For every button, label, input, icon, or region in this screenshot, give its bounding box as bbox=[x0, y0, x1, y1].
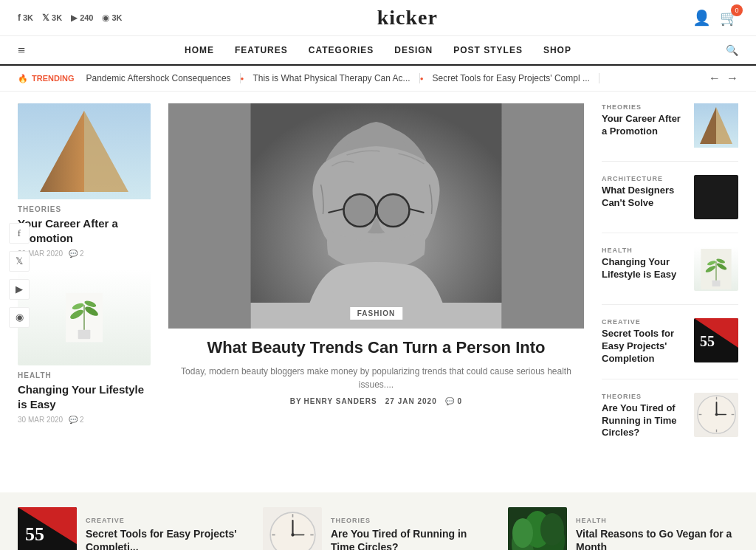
bottom-card-3-thumb[interactable] bbox=[508, 507, 567, 550]
bottom-card-3-title[interactable]: Vital Reasons to Go Vegan for a Month bbox=[576, 527, 738, 550]
bottom-card-1-cat: CREATIVE bbox=[86, 517, 248, 524]
cart-icon-wrap[interactable]: 🛒 0 bbox=[720, 9, 738, 27]
left-article-2-meta: 30 MAR 2020 💬 2 bbox=[18, 416, 151, 424]
right-article-2-cat: ARCHITECTURE bbox=[602, 175, 687, 182]
site-logo[interactable]: kicker bbox=[377, 6, 438, 30]
nav-design[interactable]: DESIGN bbox=[394, 45, 433, 55]
instagram-count[interactable]: ◉ 3K bbox=[102, 13, 122, 23]
nav-home[interactable]: HOME bbox=[185, 45, 214, 55]
left-article-1-comments: 💬 2 bbox=[69, 250, 83, 258]
right-article-2-thumb[interactable] bbox=[694, 175, 738, 219]
facebook-count[interactable]: f 3K bbox=[18, 13, 33, 23]
svg-point-57 bbox=[540, 513, 564, 546]
left-column: THEORIES Your Career After a Promotion 3… bbox=[18, 103, 151, 466]
right-article-1-cat: THEORIES bbox=[602, 103, 687, 111]
right-article-3-title[interactable]: Changing Your Lifestyle is Easy bbox=[602, 256, 687, 281]
bottom-card-2-title[interactable]: Are You Tired of Running in Time Circles… bbox=[331, 527, 493, 550]
trending-bar: 🔥 TRENDING Pandemic Aftershock Consequen… bbox=[0, 66, 756, 92]
youtube-count[interactable]: ▶ 240 bbox=[71, 13, 93, 23]
center-article-date: 27 JAN 2020 bbox=[385, 397, 437, 405]
bottom-card-3-info: HEALTH Vital Reasons to Go Vegan for a M… bbox=[576, 517, 738, 550]
left-article-1: THEORIES Your Career After a Promotion 3… bbox=[18, 103, 151, 258]
left-article-1-meta: 30 MAR 2020 💬 2 bbox=[18, 250, 151, 258]
center-article-byline: BY HENRY SANDERS 27 JAN 2020 💬 0 bbox=[168, 397, 584, 405]
right-article-2-title[interactable]: What Designers Can't Solve bbox=[602, 185, 687, 210]
bottom-card-2-info: THEORIES Are You Tired of Running in Tim… bbox=[331, 517, 493, 550]
left-article-2-title[interactable]: Changing Your Lifestyle is Easy bbox=[18, 382, 151, 411]
right-article-1-title[interactable]: Your Career After a Promotion bbox=[602, 113, 687, 138]
right-article-2: ARCHITECTURE What Designers Can't Solve bbox=[602, 175, 738, 233]
sidebar-twitter[interactable]: 𝕏 bbox=[9, 251, 30, 272]
nav-features[interactable]: FEATURES bbox=[235, 45, 288, 55]
bottom-card-1-title[interactable]: Secret Tools for Easy Projects' Completi… bbox=[86, 527, 248, 550]
right-article-3: HEALTH Changing Your Lifestyle is Easy bbox=[602, 247, 738, 305]
right-article-5-title[interactable]: Are You Tired of Running in Time Circles… bbox=[602, 402, 687, 440]
svg-point-14 bbox=[344, 194, 377, 227]
hamburger-menu[interactable]: ≡ bbox=[18, 43, 25, 58]
right-article-4-title[interactable]: Secret Tools for Easy Projects' Completi… bbox=[602, 328, 687, 365]
center-article-comments: 💬 0 bbox=[445, 397, 462, 405]
right-article-2-content: ARCHITECTURE What Designers Can't Solve bbox=[602, 175, 687, 210]
facebook-icon: f bbox=[18, 13, 21, 23]
left-article-2-thumb[interactable] bbox=[18, 269, 151, 365]
bottom-card-1-thumb[interactable]: 55 bbox=[18, 507, 77, 550]
trending-items: Pandemic Aftershock Consequences ● This … bbox=[86, 73, 697, 83]
right-article-5: THEORIES Are You Tired of Running in Tim… bbox=[602, 393, 738, 453]
left-article-2-cat: HEALTH bbox=[18, 371, 151, 379]
sidebar-facebook[interactable]: f bbox=[9, 223, 30, 244]
right-article-3-content: HEALTH Changing Your Lifestyle is Easy bbox=[602, 247, 687, 281]
right-article-1: THEORIES Your Career After a Promotion bbox=[602, 103, 738, 162]
right-article-3-thumb[interactable] bbox=[694, 247, 738, 291]
bottom-card-2-thumb[interactable] bbox=[263, 507, 322, 550]
main-layout: THEORIES Your Career After a Promotion 3… bbox=[0, 92, 756, 478]
trending-nav: ← → bbox=[709, 72, 738, 85]
center-article-title[interactable]: What Beauty Trends Can Turn a Person Int… bbox=[168, 337, 584, 359]
right-article-3-cat: HEALTH bbox=[602, 247, 687, 254]
trending-next[interactable]: → bbox=[726, 72, 738, 85]
right-article-4-thumb[interactable]: 55 bbox=[694, 318, 738, 362]
svg-point-56 bbox=[512, 518, 533, 548]
trending-label: 🔥 TRENDING bbox=[18, 74, 74, 83]
bottom-card-1: 55 CREATIVE Secret Tools for Easy Projec… bbox=[18, 507, 248, 550]
left-article-2: HEALTH Changing Your Lifestyle is Easy 3… bbox=[18, 269, 151, 424]
nav-bar: ≡ HOME FEATURES CATEGORIES DESIGN POST S… bbox=[0, 36, 756, 66]
hamburger-icon: ≡ bbox=[18, 43, 25, 58]
right-article-1-content: THEORIES Your Career After a Promotion bbox=[602, 103, 687, 138]
trending-item-3[interactable]: Secret Tools for Easy Projects' Compl ..… bbox=[423, 73, 599, 83]
right-article-1-thumb[interactable] bbox=[694, 103, 738, 148]
trending-text: TRENDING bbox=[32, 74, 74, 83]
bottom-card-2: THEORIES Are You Tired of Running in Tim… bbox=[263, 507, 493, 550]
center-column: FASHION What Beauty Trends Can Turn a Pe… bbox=[168, 103, 584, 466]
user-icon[interactable]: 👤 bbox=[693, 9, 711, 27]
trending-item-1[interactable]: Pandemic Aftershock Consequences bbox=[86, 73, 240, 83]
nav-post-styles[interactable]: POST STYLES bbox=[453, 45, 523, 55]
search-icon: 🔍 bbox=[726, 45, 738, 56]
bottom-card-1-info: CREATIVE Secret Tools for Easy Projects'… bbox=[86, 517, 248, 550]
nav-categories[interactable]: CATEGORIES bbox=[309, 45, 374, 55]
right-article-5-content: THEORIES Are You Tired of Running in Tim… bbox=[602, 393, 687, 440]
right-article-5-thumb[interactable] bbox=[694, 393, 738, 437]
nav-shop[interactable]: SHOP bbox=[543, 45, 571, 55]
right-article-4: CREATIVE Secret Tools for Easy Projects'… bbox=[602, 318, 738, 379]
twitter-count[interactable]: 𝕏 3K bbox=[42, 13, 62, 23]
sidebar-youtube[interactable]: ▶ bbox=[9, 279, 30, 300]
sidebar-instagram[interactable]: ◉ bbox=[9, 307, 30, 328]
social-sidebar: f 𝕏 ▶ ◉ bbox=[9, 223, 30, 328]
svg-text:55: 55 bbox=[700, 333, 715, 349]
trending-item-2[interactable]: This is What Physical Therapy Can Ac... bbox=[244, 73, 419, 83]
bottom-card-3-cat: HEALTH bbox=[576, 517, 738, 524]
center-main-image[interactable]: FASHION bbox=[168, 103, 584, 329]
social-counts: f 3K 𝕏 3K ▶ 240 ◉ 3K bbox=[18, 13, 123, 23]
right-article-4-cat: CREATIVE bbox=[602, 318, 687, 326]
center-article-author: HENRY SANDERS bbox=[304, 397, 377, 405]
facebook-number: 3K bbox=[23, 13, 33, 22]
bottom-strip-inner: 55 CREATIVE Secret Tools for Easy Projec… bbox=[18, 507, 738, 550]
nav-search[interactable]: 🔍 bbox=[726, 44, 738, 57]
left-article-1-title[interactable]: Your Career After a Promotion bbox=[18, 216, 151, 245]
bottom-strip: 55 CREATIVE Secret Tools for Easy Projec… bbox=[0, 492, 756, 550]
right-article-4-content: CREATIVE Secret Tools for Easy Projects'… bbox=[602, 318, 687, 365]
center-article-excerpt: Today, modern beauty bloggers make money… bbox=[168, 365, 584, 391]
trending-prev[interactable]: ← bbox=[709, 72, 721, 85]
svg-point-16 bbox=[377, 194, 410, 227]
left-article-1-thumb[interactable] bbox=[18, 103, 151, 199]
